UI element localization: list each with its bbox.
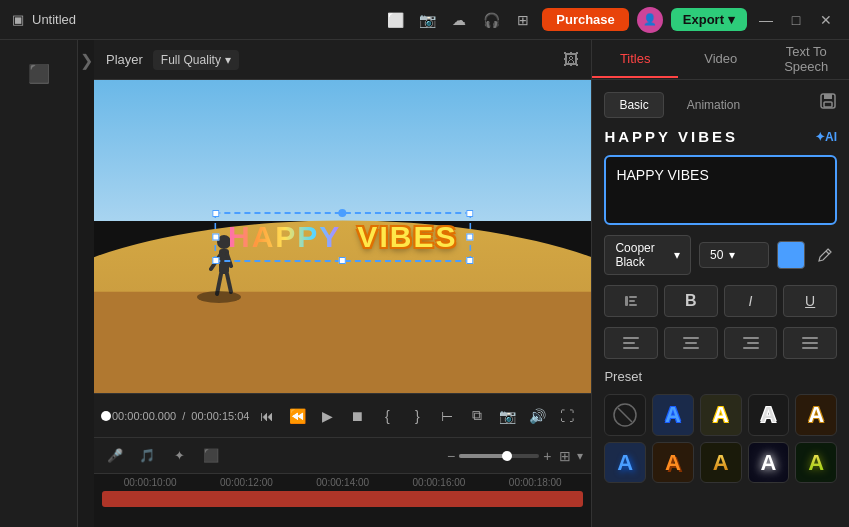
preset-label: Preset [604,369,837,384]
preset-section: Preset [604,369,837,384]
preset-none[interactable] [604,394,646,436]
music-icon[interactable]: 🎵 [134,443,160,469]
video-area[interactable]: HAPPY VIBES [94,80,591,393]
font-selector[interactable]: Cooper Black ▾ [604,235,691,275]
text-editor[interactable]: HAPPY VIBES [604,155,837,225]
svg-rect-13 [824,102,832,107]
grid-icon[interactable]: ⊞ [559,448,571,464]
bracket-open-button[interactable]: { [375,404,399,428]
handle-bl [212,257,219,264]
align-right-button[interactable] [724,327,778,359]
preset-grid: A A A A A A [604,394,837,483]
preset-blue-shadow[interactable]: A [604,442,646,484]
svg-rect-15 [629,296,637,298]
timeline-content[interactable] [102,491,583,527]
format-icon [623,293,639,309]
zoom-plus[interactable]: + [543,448,551,464]
maximize-button[interactable]: □ [785,9,807,31]
align-left-button[interactable] [604,327,658,359]
player-header: Player Full Quality ▾ 🖼 [94,40,591,80]
preset-orange[interactable]: A [652,442,694,484]
preset-white-outline[interactable]: A [748,394,790,436]
effects-icon[interactable]: ✦ [166,443,192,469]
svg-rect-3 [94,291,591,393]
text-preview-header: HAPPY VIBES ✦AI [604,128,837,145]
left-area: ⬛ ❯ [0,40,94,527]
close-button[interactable]: ✕ [815,9,837,31]
clip-button[interactable]: ⧉ [465,404,489,428]
cloud-icon[interactable]: ☁ [448,9,470,31]
current-time: 00:00:00.000 [112,410,176,422]
text-overlay[interactable]: HAPPY VIBES [214,212,471,262]
quality-label: Full Quality [161,53,221,67]
subtab-animation[interactable]: Animation [672,92,755,118]
mic-icon[interactable]: 🎤 [102,443,128,469]
svg-rect-26 [743,347,759,349]
ai-icon[interactable]: ✦AI [815,130,837,144]
zoom-minus[interactable]: − [447,448,455,464]
quality-selector[interactable]: Full Quality ▾ [153,50,239,70]
preset-blue-outline[interactable]: A [652,394,694,436]
svg-rect-22 [685,342,697,344]
control-bar: 00:00:00.000 / 00:00:15:04 ⏮ ⏪ ▶ ⏹ { } ⊢… [94,393,591,437]
align-row [604,327,837,359]
headphone-icon[interactable]: 🎧 [480,9,502,31]
monitor-icon[interactable]: ⬜ [384,9,406,31]
underline-button[interactable]: U [783,285,837,317]
progress-thumb [101,411,111,421]
preset-yellow-outline[interactable]: A [700,394,742,436]
preset-gold-border[interactable]: A [795,394,837,436]
play-button[interactable]: ▶ [315,404,339,428]
avatar[interactable]: 👤 [637,7,663,33]
chevron-down-icon[interactable]: ▾ [577,449,583,463]
minimize-button[interactable]: — [755,9,777,31]
tab-titles[interactable]: Titles [592,41,678,78]
fullscreen-button[interactable]: ⛶ [555,404,579,428]
tab-video[interactable]: Video [678,41,764,78]
camera-icon[interactable]: 📷 [416,9,438,31]
zoom-slider: − + ⊞ ▾ [447,448,583,464]
size-selector[interactable]: 50 ▾ [699,242,769,268]
selection-box: HAPPY VIBES [214,212,471,262]
window-title: Untitled [32,12,76,27]
bracket-close-button[interactable]: } [405,404,429,428]
align-center-button[interactable] [664,327,718,359]
export-label: Export [683,12,724,27]
sidebar-item-media[interactable]: ⬛ [7,48,71,100]
preset-gold-fill[interactable]: A [700,442,742,484]
purchase-button[interactable]: Purchase [542,8,629,31]
split-button[interactable]: ⊢ [435,404,459,428]
zoom-track[interactable] [459,454,539,458]
align-justify-button[interactable] [783,327,837,359]
font-row: Cooper Black ▾ 50 ▾ [604,235,837,275]
prev-button[interactable]: ⏮ [255,404,279,428]
sub-icon[interactable]: ⬛ [198,443,224,469]
svg-rect-17 [629,304,637,306]
preset-green-glow[interactable]: A [795,442,837,484]
text-selection-container[interactable]: HAPPY VIBES [214,212,471,262]
bold-button[interactable]: B [664,285,718,317]
snapshot-button[interactable]: 📷 [495,404,519,428]
svg-rect-20 [623,347,639,349]
eyedropper-icon[interactable] [813,243,837,267]
grid-icon[interactable]: ⊞ [512,9,534,31]
timeline: 🎤 🎵 ✦ ⬛ − + ⊞ ▾ 00:00:10:00 00:00:12:0 [94,437,591,527]
ts-1: 00:00:10:00 [102,477,198,488]
sidebar-collapse[interactable]: ❯ [78,40,94,80]
handle-tl [212,210,219,217]
export-button[interactable]: Export ▾ [671,8,747,31]
audio-button[interactable]: 🔊 [525,404,549,428]
save-icon[interactable] [819,92,837,118]
italic-button[interactable]: I [724,285,778,317]
svg-rect-23 [683,347,699,349]
svg-rect-19 [623,342,635,344]
stop-button[interactable]: ⏹ [345,404,369,428]
font-format-btn[interactable] [604,285,658,317]
step-back-button[interactable]: ⏪ [285,404,309,428]
tab-tts[interactable]: Text To Speech [763,34,849,86]
subtab-basic[interactable]: Basic [604,92,663,118]
color-swatch[interactable] [777,241,805,269]
image-icon[interactable]: 🖼 [563,51,579,68]
right-panel: Titles Video Text To Speech Basic Animat… [591,40,849,527]
preset-white-glow[interactable]: A [748,442,790,484]
